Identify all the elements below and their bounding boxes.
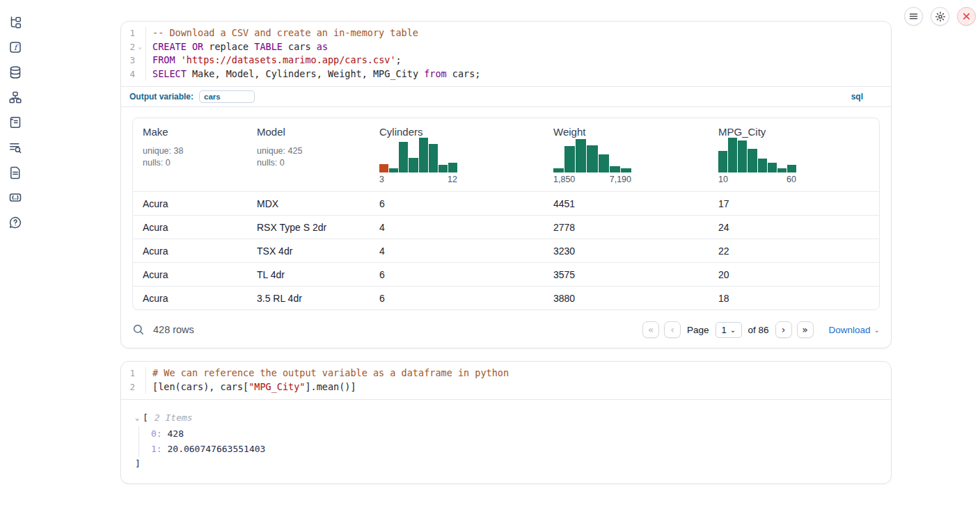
shutdown-button[interactable] (957, 7, 976, 26)
mpg-city-histogram[interactable]: 10 60 (718, 138, 796, 184)
histogram-bar (748, 149, 757, 172)
entry-value: 20.060747663551403 (167, 444, 265, 454)
tree-root: ⌄ [ 2 Items (135, 411, 880, 425)
code-text[interactable]: CREATE OR replace TABLE cars as (146, 40, 328, 54)
column-header-mpg-city[interactable]: MPG_City 10 60 (709, 118, 879, 191)
code-text[interactable]: FROM 'https://datasets.marimo.app/cars.c… (146, 54, 402, 67)
file-explorer-icon[interactable] (8, 15, 22, 29)
row-count: 428 rows (153, 324, 194, 335)
column-header-make[interactable]: Make unique: 38 nulls: 0 (133, 118, 247, 191)
histogram-bar (587, 145, 597, 172)
chevron-left-icon: ‹ (670, 325, 674, 335)
search-icon[interactable] (132, 323, 145, 336)
download-label: Download (829, 325, 871, 335)
next-page-button[interactable]: › (775, 321, 792, 338)
scratchpad-icon[interactable] (8, 115, 22, 129)
sql-cell: 1 -- Download a CSV and create an in-mem… (120, 21, 892, 348)
logs-icon[interactable] (8, 140, 22, 154)
cylinders-histogram[interactable]: 3 12 (379, 138, 457, 184)
pagination: « ‹ Page 1 ⌄ of 86 › » (642, 321, 814, 338)
code-text[interactable]: # We can reference the output variable a… (146, 367, 509, 380)
output-variable-label: Output variable: (129, 92, 193, 102)
cell-model: RSX Type S 2dr (247, 216, 370, 239)
column-stats: unique: 38 nulls: 0 (143, 145, 239, 169)
weight-histogram[interactable]: 1,850 7,190 (553, 138, 631, 184)
entry-value: 428 (167, 428, 183, 439)
download-button[interactable]: Download ⌄ (829, 325, 880, 335)
language-badge: sql (851, 92, 883, 102)
page-select[interactable]: 1 ⌄ (716, 322, 742, 338)
histogram-bar (379, 164, 388, 172)
notebook-actions (904, 7, 976, 26)
dependency-graph-icon[interactable] (8, 90, 22, 104)
histogram-bar (728, 138, 737, 172)
fold-chevron-icon[interactable]: ⌄ (136, 40, 142, 54)
column-name: MPG_City (718, 126, 871, 138)
table-row[interactable]: Acura MDX 6 4451 17 (133, 191, 879, 215)
menu-button[interactable] (904, 7, 923, 26)
code-text[interactable]: -- Download a CSV and create an in-memor… (146, 26, 418, 40)
output-variable-input[interactable] (199, 90, 255, 103)
cell-mpg-city: 22 (709, 239, 879, 262)
axis-min: 3 (379, 175, 384, 184)
column-header-weight[interactable]: Weight 1,850 7,190 (544, 118, 709, 191)
line-number: 4 (121, 67, 146, 81)
cell-make: Acura (133, 192, 247, 215)
previous-page-button[interactable]: ‹ (664, 321, 681, 338)
histogram-axis: 3 12 (379, 175, 457, 184)
histogram-bar (718, 151, 727, 172)
svg-text:f: f (14, 43, 19, 52)
cell-weight: 4451 (544, 192, 709, 215)
cell-cylinders: 4 (370, 239, 544, 262)
code-line: 2 [len(cars), cars["MPG_City"].mean()] (121, 380, 891, 394)
table-header-row: Make unique: 38 nulls: 0 Model unique: 4… (133, 118, 879, 191)
sql-code-editor[interactable]: 1 -- Download a CSV and create an in-mem… (121, 22, 891, 86)
code-line: 1 # We can reference the output variable… (121, 367, 891, 380)
cell-make: Acura (133, 239, 247, 262)
last-page-button[interactable]: » (797, 321, 814, 338)
page-label: Page (687, 325, 709, 335)
axis-max: 7,190 (610, 175, 631, 184)
datasources-icon[interactable] (8, 65, 22, 79)
python-cell: 1 # We can reference the output variable… (120, 361, 892, 484)
code-line: 4 SELECT Make, Model, Cylinders, Weight,… (121, 67, 891, 81)
axis-max: 12 (448, 175, 457, 184)
table-row[interactable]: Acura 3.5 RL 4dr 6 3880 18 (133, 286, 879, 309)
entry-key: 1: (151, 444, 167, 454)
histogram-axis: 10 60 (718, 175, 796, 184)
cell-output: ⌄ [ 2 Items 0: 428 1: 20.060747663551403… (121, 399, 891, 483)
histogram-bar (399, 142, 408, 172)
axis-min: 1,850 (553, 175, 575, 184)
table-row[interactable]: Acura TSX 4dr 4 3230 22 (133, 239, 879, 262)
settings-button[interactable] (931, 7, 949, 26)
cell-make: Acura (133, 287, 247, 309)
cell-make: Acura (133, 263, 247, 286)
snippets-icon[interactable] (8, 191, 22, 204)
help-icon[interactable] (8, 216, 22, 230)
code-text[interactable]: SELECT Make, Model, Cylinders, Weight, M… (146, 67, 480, 81)
gear-icon (935, 11, 946, 22)
first-page-button[interactable]: « (642, 321, 659, 338)
histogram-bar (599, 154, 609, 172)
python-code-editor[interactable]: 1 # We can reference the output variable… (121, 362, 891, 399)
column-header-model[interactable]: Model unique: 425 nulls: 0 (247, 118, 370, 191)
tree-entry: 0: 428 (151, 426, 880, 442)
column-header-cylinders[interactable]: Cylinders 3 12 (370, 118, 544, 191)
cell-weight: 3575 (544, 263, 709, 286)
page-value: 1 (722, 325, 727, 335)
table-row[interactable]: Acura TL 4dr 6 3575 20 (133, 262, 879, 286)
documentation-icon[interactable] (8, 166, 22, 179)
collapse-chevron-icon[interactable]: ⌄ (135, 411, 139, 425)
cell-model: TL 4dr (247, 263, 370, 286)
table-row[interactable]: Acura RSX Type S 2dr 4 2778 24 (133, 215, 879, 239)
variables-icon[interactable]: f (8, 40, 22, 54)
histogram-bar (787, 165, 796, 172)
line-number: 1 (121, 26, 146, 40)
histogram-bar (777, 168, 787, 172)
notebook: 1 -- Download a CSV and create an in-mem… (120, 21, 892, 497)
cell-cylinders: 4 (370, 216, 544, 239)
code-line: 2⌄ CREATE OR replace TABLE cars as (121, 40, 891, 54)
code-text[interactable]: [len(cars), cars["MPG_City"].mean()] (146, 380, 356, 394)
results-table: Make unique: 38 nulls: 0 Model unique: 4… (132, 118, 880, 310)
line-number: 3 (121, 54, 146, 67)
